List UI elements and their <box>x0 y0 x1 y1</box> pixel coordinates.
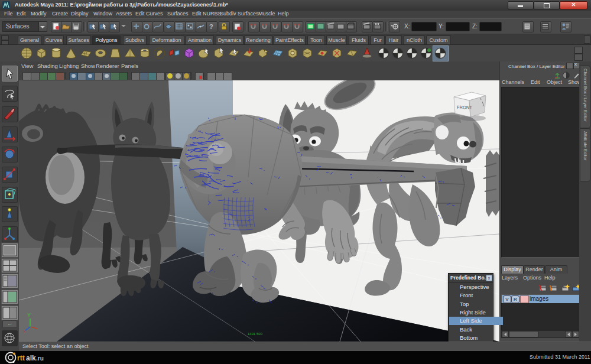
svg-text:FRONT: FRONT <box>457 105 472 110</box>
svg-text:.ru: .ru <box>36 355 44 362</box>
svg-text:1401 500: 1401 500 <box>248 332 263 336</box>
svg-text:x: x <box>24 329 26 333</box>
svg-text:?: ? <box>209 23 213 30</box>
svg-text:alk: alk <box>26 354 36 362</box>
svg-text:rtt: rtt <box>17 354 25 362</box>
svg-text:Y: Y <box>27 312 31 318</box>
